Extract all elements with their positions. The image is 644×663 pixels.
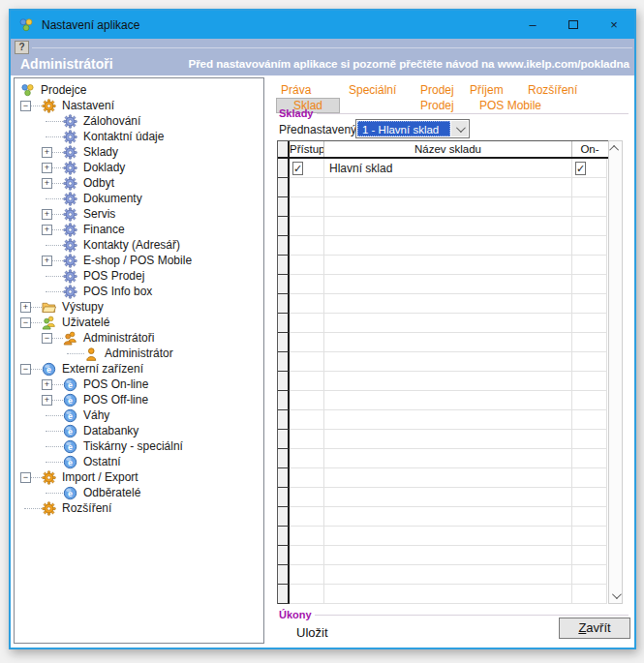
tree-item[interactable]: Kontaktní údaje [15,129,263,144]
tree-item[interactable]: −Uživatelé [15,315,263,330]
row-selector[interactable] [278,236,290,256]
table-row[interactable] [278,236,608,256]
tree-expander-plus[interactable]: + [42,178,52,189]
row-selector[interactable] [278,410,290,430]
table-row[interactable] [278,585,608,604]
tree-expander-minus[interactable]: − [20,364,31,375]
tree-item[interactable]: +E-shop / POS Mobile [15,253,263,268]
tree-item[interactable]: +ePOS On-line [15,377,263,392]
tree-item[interactable]: +Výstupy [15,299,263,315]
tree-expander-minus[interactable]: − [20,101,31,111]
table-row[interactable] [278,178,608,197]
table-row[interactable] [278,372,608,391]
tree-expander-plus[interactable]: + [42,209,52,220]
tree-item[interactable]: POS Info box [15,284,263,299]
tree-item[interactable]: +Servis [15,206,263,222]
table-row[interactable] [278,256,608,275]
tree-expander-minus[interactable]: − [20,472,31,483]
row-selector[interactable] [278,159,290,178]
table-row[interactable] [278,565,608,585]
row-selector[interactable] [278,391,290,410]
table-row[interactable] [278,294,608,314]
row-selector[interactable] [278,256,290,275]
tree-item[interactable]: Dokumenty [15,191,263,206]
scroll-up-icon[interactable] [609,145,619,155]
tree-item[interactable]: −Import / Export [15,469,263,485]
tree-item[interactable]: Prodejce [15,82,263,98]
tab-pos-mobile[interactable]: POS Mobile [479,99,541,112]
tree-expander-plus[interactable]: + [42,395,52,406]
table-row[interactable] [278,430,608,449]
row-selector[interactable] [278,178,290,197]
row-selector[interactable] [278,275,290,294]
table-row[interactable] [278,391,608,410]
tree-item[interactable]: −eExterní zařízení [15,361,263,377]
table-row[interactable] [278,527,608,546]
tree-item[interactable]: eDatabanky [15,423,263,438]
help-button[interactable]: ? [15,41,29,54]
scroll-down-icon[interactable] [612,589,622,599]
tree-item[interactable]: Zálohování [15,113,263,129]
tree-expander-plus[interactable]: + [42,163,52,173]
row-selector[interactable] [278,488,290,507]
table-row[interactable] [278,449,608,468]
row-selector[interactable] [278,197,290,217]
tree-expander-plus[interactable]: + [42,256,52,266]
tree-item[interactable]: +ePOS Off-line [15,392,263,407]
row-selector[interactable] [278,546,290,565]
row-selector[interactable] [278,585,290,604]
row-selector[interactable] [278,565,290,585]
tree-item[interactable]: eOstatní [15,454,263,469]
tree-item[interactable]: −Administrátoři [15,330,263,346]
tree-item[interactable]: Rozšíření [15,500,263,516]
row-selector[interactable] [278,430,290,449]
tab-prijem[interactable]: Příjem [470,83,504,97]
tree-expander-minus[interactable]: − [20,317,31,328]
tree-item[interactable]: +Doklady [15,160,263,175]
tree-item[interactable]: +Odbyt [15,175,263,191]
tree-item[interactable]: eVáhy [15,407,263,423]
preset-warehouse-select[interactable]: 1 - Hlavní sklad [355,119,470,138]
tree-expander-plus[interactable]: + [42,379,52,390]
close-button[interactable]: Zavřít [559,618,630,639]
row-selector[interactable] [278,352,290,372]
row-selector[interactable] [278,507,290,527]
tree-item[interactable]: +Sklady [15,144,263,160]
row-selector[interactable] [278,449,290,468]
tree-item[interactable]: +Finance [15,222,263,237]
vertical-scrollbar[interactable] [608,140,623,604]
row-selector[interactable] [278,372,290,391]
table-row[interactable] [278,217,608,236]
checkbox-checked[interactable]: ✓ [292,162,303,175]
tree-item[interactable]: −Nastavení [15,98,263,113]
table-row[interactable]: ✓Hlavní sklad✓ [278,159,608,178]
row-selector[interactable] [278,217,290,236]
tab-specialni[interactable]: Speciální [349,83,396,97]
row-selector[interactable] [278,314,290,333]
table-row[interactable] [278,314,608,333]
tree-item[interactable]: eOdběratelé [15,485,263,500]
tree-expander-plus[interactable]: + [42,147,52,158]
maximize-button[interactable] [553,11,594,39]
row-selector[interactable] [278,294,290,314]
row-selector[interactable] [278,333,290,352]
combo-dropdown-button[interactable] [451,121,468,136]
tab-prava[interactable]: Práva [281,83,311,97]
tab-prodej-2[interactable]: Prodej [420,99,454,112]
tree-item[interactable]: eTiskárny - speciální [15,438,263,454]
table-row[interactable] [278,468,608,488]
table-row[interactable] [278,507,608,527]
row-selector[interactable] [278,527,290,546]
tree-item[interactable]: Kontakty (Adresář) [15,237,263,253]
tree-item[interactable]: POS Prodej [15,268,263,284]
tree-item[interactable]: Administrátor [15,346,263,361]
checkbox-checked[interactable]: ✓ [575,162,586,175]
table-row[interactable] [278,197,608,217]
table-row[interactable] [278,275,608,294]
tab-rozsireni[interactable]: Rozšíření [528,83,577,97]
close-window-button[interactable]: × [594,11,634,39]
tree-expander-plus[interactable]: + [42,225,52,235]
table-row[interactable] [278,488,608,507]
tab-prodej[interactable]: Prodej [420,83,454,97]
table-row[interactable] [278,333,608,352]
